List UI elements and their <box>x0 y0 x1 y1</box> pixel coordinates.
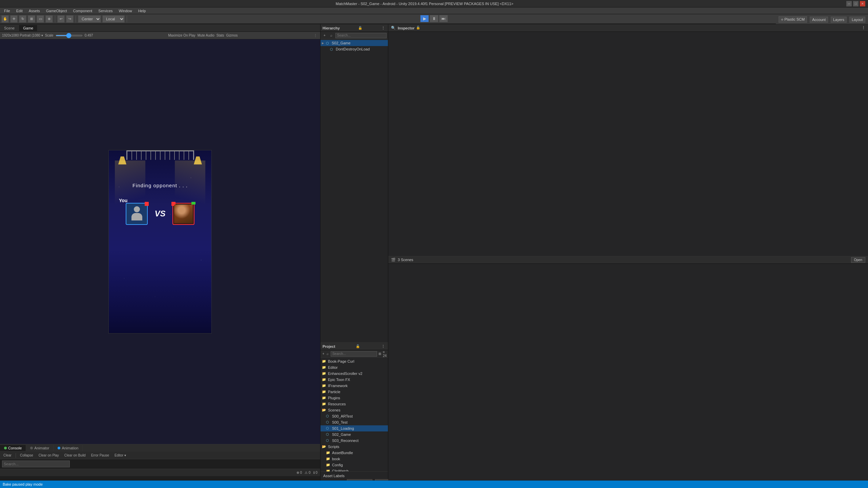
redo-btn[interactable]: ↪ <box>66 15 74 23</box>
minimize-button[interactable]: ─ <box>846 1 852 6</box>
pivot-dropdown[interactable]: Center Pivot <box>78 15 101 23</box>
tab-console[interactable]: Console <box>0 445 26 451</box>
gizmos-btn[interactable]: Gizmos <box>226 34 238 37</box>
error-pause-btn[interactable]: Error Pause <box>90 453 110 458</box>
proj-folder-particle[interactable]: 📁 Particle <box>321 389 388 395</box>
view-tabs: Scene Game <box>0 24 320 32</box>
maximize-button[interactable]: □ <box>853 1 859 6</box>
mute-audio-btn[interactable]: Mute Audio <box>198 34 214 37</box>
menu-component[interactable]: Component <box>70 8 95 14</box>
hand-tool-btn[interactable]: ✋ <box>1 15 9 23</box>
hierarchy-search-btn[interactable]: ⌕ <box>329 33 334 38</box>
clear-on-build-btn[interactable]: Clear on Build <box>63 453 87 458</box>
layers-btn[interactable]: Layers <box>831 17 847 23</box>
hier-item-dontdestroy[interactable]: ⬡ DontDestroyOnLoad <box>321 46 388 52</box>
folder-icon-editor: 📁 <box>322 365 327 369</box>
proj-label-artest: S00_ARTest <box>332 414 353 418</box>
proj-folder-scenes[interactable]: 📂 Scenes <box>321 407 388 413</box>
tab-scene[interactable]: Scene <box>0 25 19 31</box>
proj-label-cm: ClipMatch <box>332 469 349 471</box>
view-panel-menu-btn[interactable]: ⋮ <box>313 33 318 38</box>
play-controls: ▶ ⏸ ⏭ <box>420 15 448 22</box>
rotate-tool-btn[interactable]: ↻ <box>19 15 26 23</box>
hierarchy-search-input[interactable] <box>335 33 387 38</box>
proj-folder-enhancedscroller[interactable]: 📁 EnhancedScroller v2 <box>321 370 388 377</box>
rect-tool-btn[interactable]: ▭ <box>37 15 44 23</box>
proj-label-book: book <box>332 457 340 461</box>
proj-folder-plugins[interactable]: 📁 Plugins <box>321 395 388 401</box>
scale-slider[interactable] <box>56 35 83 36</box>
hierarchy-lock-btn[interactable]: 🔓 <box>357 25 363 31</box>
proj-folder-resources[interactable]: 📁 Resources <box>321 401 388 407</box>
status-bar: Bake paused play mode <box>0 481 868 488</box>
menu-services[interactable]: Services <box>96 8 115 14</box>
finding-opponent-text: Finding opponent . . . <box>109 183 211 188</box>
custom-tool-btn[interactable]: ⊕ <box>45 15 53 23</box>
scene-file-icon-artest: ⬡ <box>326 414 331 418</box>
undo-btn[interactable]: ↩ <box>57 15 65 23</box>
menu-file[interactable]: File <box>1 8 13 14</box>
console-search[interactable] <box>2 461 70 467</box>
move-tool-btn[interactable]: ✛ <box>10 15 18 23</box>
clear-on-play-btn[interactable]: Clear on Play <box>37 453 60 458</box>
proj-label-if: IFramework <box>328 384 348 388</box>
stats-btn[interactable]: Stats <box>216 34 224 37</box>
clear-btn[interactable]: Clear <box>2 453 13 458</box>
project-search-input[interactable] <box>331 351 377 357</box>
menu-help[interactable]: Help <box>136 8 149 14</box>
inspector-content <box>388 32 868 256</box>
pause-button[interactable]: ⏸ <box>430 15 438 22</box>
proj-folder-editor[interactable]: 📁 Editor <box>321 364 388 370</box>
animation-dot <box>58 447 60 449</box>
menu-edit[interactable]: Edit <box>14 8 25 14</box>
folder-icon-if: 📁 <box>322 384 327 388</box>
menu-gameobject[interactable]: GameObject <box>43 8 70 14</box>
project-menu-btn[interactable]: ⋮ <box>380 344 386 349</box>
inspector-lock-btn[interactable]: 🔓 <box>416 26 421 30</box>
hierarchy-menu-btn[interactable]: ⋮ <box>380 25 386 31</box>
inspector-menu-btn[interactable]: ⋮ <box>862 26 865 30</box>
scale-tool-btn[interactable]: ⊞ <box>28 15 35 23</box>
layout-btn[interactable]: Layout <box>849 17 865 23</box>
account-btn[interactable]: Account <box>810 17 828 23</box>
inspector-title: Inspector <box>398 26 415 30</box>
proj-folder-scripts[interactable]: 📂 Scripts <box>321 444 388 450</box>
proj-scene-game[interactable]: ⬡ S02_Game <box>321 431 388 438</box>
proj-label-et: Epic Toon FX <box>328 378 350 382</box>
project-add-btn[interactable]: + <box>322 351 325 357</box>
project-view-btn[interactable]: ⊞ <box>378 351 381 357</box>
step-button[interactable]: ⏭ <box>439 15 448 22</box>
proj-scene-reconnect[interactable]: ⬡ S03_Reconnect <box>321 438 388 444</box>
plastic-scm-btn[interactable]: ⟡ Plastic SCM <box>779 16 807 23</box>
proj-folder-assetbundle[interactable]: 📁 AssetBundle <box>321 450 388 456</box>
space-dropdown[interactable]: Local Global <box>102 15 125 23</box>
proj-scene-artest[interactable]: ⬡ S00_ARTest <box>321 413 388 419</box>
open-scene-btn[interactable]: Open <box>851 257 865 263</box>
play-button[interactable]: ▶ <box>420 15 429 22</box>
proj-scene-test[interactable]: ⬡ S00_Test <box>321 419 388 425</box>
tab-animator[interactable]: Animator <box>26 445 54 451</box>
hierarchy-add-btn[interactable]: + <box>322 33 327 38</box>
hier-label-s02game: S02_Game <box>332 41 351 45</box>
proj-folder-book[interactable]: 📁 book <box>321 456 388 462</box>
proj-folder-bookpagecurl[interactable]: 📁 Book-Page Curl <box>321 358 388 364</box>
proj-folder-clipmatch[interactable]: 📁 ClipMatch <box>321 468 388 471</box>
scene-file-icon-loading: ⬡ <box>326 426 331 430</box>
proj-folder-epictoon[interactable]: 📁 Epic Toon FX <box>321 377 388 383</box>
maximize-on-play-btn[interactable]: Maximize On Play <box>168 34 195 37</box>
proj-scene-loading[interactable]: ⬡ S01_Loading <box>321 425 388 431</box>
hier-item-s02game[interactable]: ▶ ⬡ S02_Game <box>321 40 388 46</box>
tab-game[interactable]: Game <box>19 25 38 31</box>
project-lock-btn[interactable]: 🔓 <box>355 344 360 349</box>
collapse-btn[interactable]: Collapse <box>19 453 35 458</box>
player-head <box>134 206 140 212</box>
center-panels: Hierarchy 🔓 ⋮ + ⌕ ▶ ⬡ S02_Game ⬡ DontDes… <box>321 24 388 488</box>
menu-window[interactable]: Window <box>116 8 135 14</box>
proj-folder-iframework[interactable]: 📁 IFramework <box>321 383 388 389</box>
editor-filter-btn[interactable]: Editor ▾ <box>113 453 127 458</box>
console-dot <box>4 447 7 449</box>
proj-folder-config[interactable]: 📁 Config <box>321 462 388 468</box>
menu-assets[interactable]: Assets <box>26 8 43 14</box>
tab-animation[interactable]: Animation <box>54 445 83 451</box>
close-button[interactable]: ✕ <box>860 1 865 6</box>
